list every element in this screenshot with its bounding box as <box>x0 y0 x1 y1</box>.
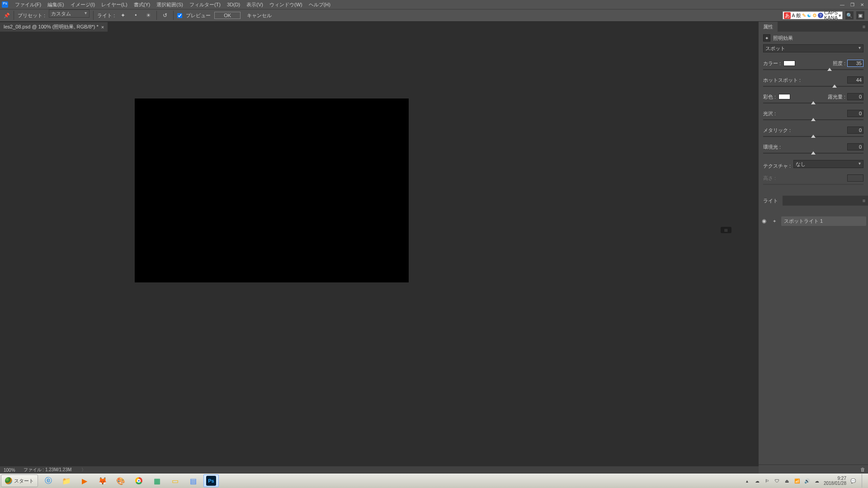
tray-notification-icon[interactable]: 💬 <box>850 479 856 483</box>
add-infinite-light-icon[interactable]: ☀ <box>144 11 153 20</box>
document-tab-close-icon[interactable]: × <box>101 24 104 30</box>
tray-usb-icon[interactable]: ⏏ <box>784 479 790 483</box>
tray-shield-icon[interactable]: 🛡 <box>774 479 780 483</box>
search-icon[interactable]: 🔍 <box>845 11 854 19</box>
taskbar-app2-icon[interactable]: 🎨 <box>113 474 128 487</box>
taskbar-photoshop-icon[interactable]: Ps <box>203 474 219 487</box>
tray-cloud-icon[interactable]: ☁ <box>754 479 760 483</box>
ambience-input[interactable] <box>847 143 863 150</box>
taskbar-explorer-icon[interactable]: 📁 <box>59 474 74 487</box>
tray-volume-icon[interactable]: 🔊 <box>804 479 810 483</box>
exposure-label: 露光量 : <box>828 94 845 100</box>
tray-action-icon[interactable]: 🏳 <box>764 479 770 483</box>
document-tab[interactable]: les2_08.psd @ 100% (照明効果, RGB/8*) * × <box>0 22 108 32</box>
reset-icon[interactable]: ↺ <box>160 11 170 20</box>
menu-select[interactable]: 選択範囲(S) <box>153 0 186 9</box>
lights-panel-menu-icon[interactable]: ≡ <box>860 198 868 203</box>
taskbar-sheets-icon[interactable]: ▦ <box>149 474 165 487</box>
taskbar-docs-icon[interactable]: ▤ <box>185 474 201 487</box>
lights-list: ◉ ✦ スポットライト 1 <box>759 206 868 465</box>
ime-mode-icon[interactable]: あ <box>784 12 791 19</box>
ok-button[interactable]: OK <box>214 12 241 19</box>
intensity-slider[interactable] <box>763 68 863 73</box>
tray-clock[interactable]: 9:27 2018/01/28 <box>824 476 846 486</box>
ime-pad-icon[interactable]: ✎ <box>802 13 806 19</box>
ime-help-icon[interactable]: ? <box>818 13 823 18</box>
ime-caps-kana-indicator: CAPSKANA <box>824 10 838 20</box>
menu-window[interactable]: ウィンドウ(W) <box>266 0 306 9</box>
taskbar-mediaplayer-icon[interactable]: ▶ <box>77 474 92 487</box>
light-type-select[interactable]: スポット <box>763 44 863 52</box>
ime-dict-icon[interactable]: ☯ <box>807 13 811 19</box>
menu-help[interactable]: ヘルプ(H) <box>306 0 334 9</box>
menu-layer[interactable]: レイヤー(L) <box>98 0 130 9</box>
menu-type[interactable]: 書式(Y) <box>131 0 154 9</box>
workspace-layout-icon[interactable]: ▣ <box>856 11 864 19</box>
preset-select[interactable]: カスタム <box>49 9 90 18</box>
hotspot-slider[interactable] <box>763 85 863 89</box>
canvas-viewport[interactable]: ▤ <box>0 32 759 466</box>
tray-expand-icon[interactable]: ▴ <box>744 479 750 483</box>
properties-panel-menu-icon[interactable]: ≡ <box>860 24 868 29</box>
visibility-toggle-icon[interactable]: ◉ <box>760 218 768 224</box>
cancel-button[interactable]: キャンセル <box>244 11 274 20</box>
tray-network-icon[interactable]: 📶 <box>794 479 800 483</box>
menu-3d[interactable]: 3D(D) <box>224 1 243 8</box>
zoom-readout[interactable]: 100% <box>4 468 15 473</box>
light-list-item[interactable]: ◉ ✦ スポットライト 1 <box>759 216 868 226</box>
hotspot-input[interactable] <box>847 76 863 84</box>
file-size-readout[interactable]: ファイル : 1.23M/1.23M <box>24 467 72 473</box>
menu-filter[interactable]: フィルター(T) <box>186 0 224 9</box>
colorize-label: 彩色 : <box>763 94 776 100</box>
ime-toolbar[interactable]: あ A 般 ✎ ☯ ⚙ ? CAPSKANA ▾ <box>783 11 843 19</box>
colorize-swatch[interactable] <box>778 94 790 99</box>
menu-file[interactable]: ファイル(F) <box>12 0 44 9</box>
ime-han-icon[interactable]: A 般 <box>792 12 801 19</box>
start-button[interactable]: スタート <box>1 474 38 487</box>
exposure-slider[interactable] <box>763 102 863 106</box>
ime-tool-icon[interactable]: ⚙ <box>812 13 817 19</box>
window-close-button[interactable]: ✕ <box>857 1 867 8</box>
add-spot-light-icon[interactable]: ✦ <box>118 11 127 20</box>
taskbar-chrome-icon[interactable] <box>131 474 146 487</box>
menu-image[interactable]: イメージ(I) <box>67 0 98 9</box>
status-flyout-icon[interactable]: 〉 <box>81 467 86 473</box>
texture-label: テクスチャ : <box>763 163 791 169</box>
taskbar-slides-icon[interactable]: ▭ <box>167 474 183 487</box>
metallic-label: メタリック : <box>763 127 791 134</box>
delete-light-icon[interactable]: 🗑 <box>860 467 865 472</box>
preview-checkbox[interactable] <box>177 13 182 18</box>
menu-edit[interactable]: 編集(E) <box>44 0 67 9</box>
pin-icon[interactable]: 📌 <box>4 13 10 19</box>
height-slider <box>763 183 863 188</box>
gloss-input[interactable] <box>847 110 863 117</box>
window-minimize-button[interactable]: — <box>837 1 847 8</box>
taskbar-ie-icon[interactable]: ⓔ <box>41 474 56 487</box>
menu-view[interactable]: 表示(V) <box>243 0 266 9</box>
properties-panel-tab[interactable]: 属性 <box>759 22 778 32</box>
show-desktop-button[interactable] <box>862 474 866 488</box>
taskbar-app1-icon[interactable]: 🦊 <box>95 474 110 487</box>
preview-label: プレビュー <box>186 12 211 19</box>
exposure-input[interactable] <box>847 93 863 100</box>
ime-dropdown-icon[interactable]: ▾ <box>839 13 841 19</box>
light-label: ライト : <box>97 12 115 19</box>
texture-select[interactable]: なし <box>793 160 863 168</box>
lights-panel-tab[interactable]: ライト <box>759 196 783 206</box>
effect-title: 照明効果 <box>773 35 793 42</box>
document-canvas[interactable] <box>135 99 409 282</box>
gloss-slider[interactable] <box>763 118 863 123</box>
metallic-slider[interactable] <box>763 135 863 140</box>
light-name-label[interactable]: スポットライト 1 <box>781 216 866 226</box>
window-maximize-button[interactable]: ❐ <box>847 1 857 8</box>
tray-sync-icon[interactable]: ☁ <box>814 479 820 483</box>
intensity-input[interactable] <box>847 60 863 67</box>
document-tab-title: les2_08.psd @ 100% (照明効果, RGB/8*) * <box>4 23 99 30</box>
add-point-light-icon[interactable]: • <box>131 11 140 20</box>
spot-light-icon: ✦ <box>771 219 778 224</box>
viewport-controls-icon[interactable]: ▤ <box>721 227 731 233</box>
options-bar: 📌 プリセット : カスタム ライト : ✦ • ☀ ↺ プレビュー OK キャ… <box>0 9 868 22</box>
color-swatch[interactable] <box>783 61 795 66</box>
metallic-input[interactable] <box>847 127 863 134</box>
ambience-slider[interactable] <box>763 152 863 156</box>
